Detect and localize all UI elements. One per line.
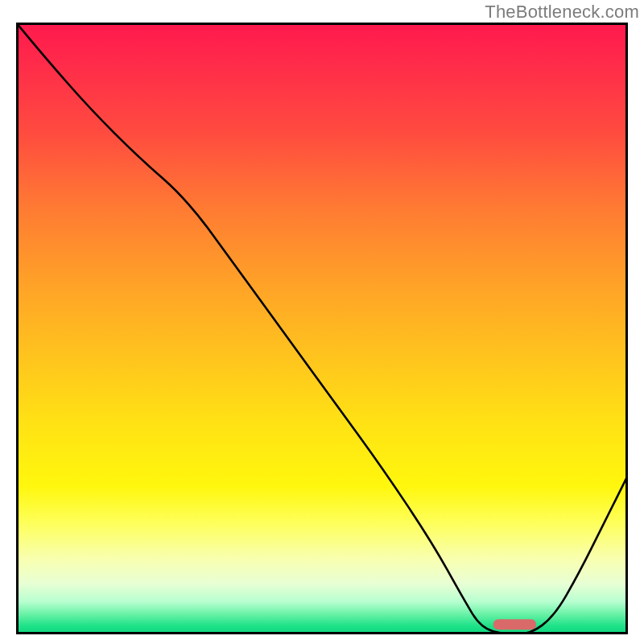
watermark-text: TheBottleneck.com xyxy=(485,2,639,23)
plot-area xyxy=(16,23,628,634)
chart-frame: TheBottleneck.com xyxy=(0,0,644,644)
optimum-marker xyxy=(493,619,536,630)
curve-overlay xyxy=(16,23,628,634)
bottleneck-curve xyxy=(16,23,628,634)
